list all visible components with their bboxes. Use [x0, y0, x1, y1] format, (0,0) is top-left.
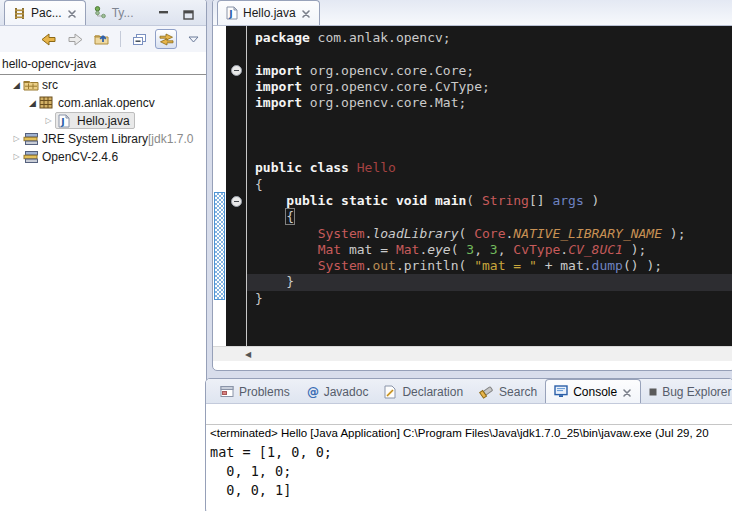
- code-line: [247, 144, 732, 160]
- view-menu-icon: [188, 36, 199, 43]
- project-tree: hello-opencv-java ◢src◢com.anlak.opencv▷…: [0, 52, 206, 165]
- code-line: System.out.println( "mat = " + mat.dump(…: [247, 258, 732, 274]
- console-icon: [554, 385, 568, 398]
- bottom-tab-label: Console: [573, 385, 617, 399]
- view-tab-pac[interactable]: Pac...: [4, 0, 86, 25]
- tree-item-label: Hello.java: [75, 114, 130, 128]
- expanded-arrow-icon[interactable]: ◢: [10, 80, 23, 90]
- gutter-row: [226, 226, 246, 242]
- collapsed-arrow-icon[interactable]: ▷: [42, 116, 55, 125]
- bottom-tab-problems[interactable]: Problems: [212, 380, 298, 403]
- fold-collapse-icon[interactable]: [231, 196, 242, 207]
- collapsed-arrow-icon[interactable]: ▷: [10, 134, 23, 143]
- gutter-row: [226, 30, 246, 46]
- package-folder-icon: [23, 78, 40, 91]
- code-line: }: [247, 291, 732, 307]
- tree-item-label: JRE System Library: [40, 132, 148, 146]
- bottom-tab-declaration[interactable]: Declaration: [376, 380, 471, 403]
- code-line: public class Hello: [247, 160, 732, 176]
- gutter-row: [226, 79, 246, 95]
- console-output-line: mat = [1, 0, 0;: [210, 443, 732, 462]
- problems-icon: [220, 385, 234, 398]
- editor-tab-hello-java[interactable]: JHello.java: [217, 0, 320, 25]
- view-menu-button[interactable]: [182, 29, 204, 49]
- type-hierarchy-icon: [94, 6, 107, 19]
- console-output-line: 0, 1, 0;: [210, 462, 732, 481]
- library-icon: [23, 150, 40, 164]
- package-explorer-icon: [13, 7, 26, 20]
- editor-area: JHello.java package com.anlak.opencv;imp…: [212, 0, 732, 371]
- maximize-icon[interactable]: [183, 6, 194, 24]
- scroll-left-arrow-icon[interactable]: ◀: [245, 350, 251, 359]
- gutter-row: [226, 144, 246, 160]
- code-line: System.loadLibrary( Core.NATIVE_LIBRARY_…: [247, 226, 732, 242]
- expanded-arrow-icon[interactable]: ◢: [26, 98, 39, 108]
- project-root-label[interactable]: hello-opencv-java: [0, 55, 206, 74]
- tree-item-label: com.anlak.opencv: [56, 96, 155, 110]
- bottom-tab-label: Bug Explorer: [662, 385, 731, 399]
- tree-item-hello.java[interactable]: ▷JHello.java: [0, 112, 206, 129]
- tree-item-opencv-2.4.6[interactable]: ▷OpenCV-2.4.6: [0, 148, 206, 165]
- fold-collapse-icon[interactable]: [231, 65, 242, 76]
- console-process-header: <terminated> Hello [Java Application] C:…: [210, 427, 732, 443]
- link-editor-icon: [159, 33, 174, 46]
- bottom-tab-javadoc[interactable]: @Javadoc: [298, 380, 377, 403]
- tree-item-com.anlak.opencv[interactable]: ◢com.anlak.opencv: [0, 94, 206, 111]
- link-with-editor-button[interactable]: [155, 29, 177, 49]
- go-into-button[interactable]: [91, 29, 113, 49]
- code-line: [247, 46, 732, 62]
- left-view-tabstrip: Pac...Ty...: [0, 0, 206, 26]
- code-line: [247, 128, 732, 144]
- tree-item-jre-system-library[interactable]: ▷JRE System Library [jdk1.7.0: [0, 130, 206, 147]
- gutter-row: [226, 63, 246, 79]
- bottom-tab-label: Javadoc: [324, 385, 369, 399]
- collapse-all-button[interactable]: [128, 29, 150, 49]
- editor-tab-label: Hello.java: [243, 6, 296, 20]
- gutter-row: [226, 46, 246, 62]
- console-output-line: 0, 0, 1]: [210, 481, 732, 500]
- gutter-row: [226, 160, 246, 176]
- collapsed-arrow-icon[interactable]: ▷: [10, 152, 23, 161]
- close-icon[interactable]: [301, 8, 311, 18]
- gutter-row: [226, 209, 246, 225]
- gutter-row: [226, 111, 246, 127]
- back-arrow-icon: [41, 33, 56, 46]
- annotation-ruler[interactable]: [213, 26, 226, 346]
- code-editor[interactable]: package com.anlak.opencv;import org.open…: [247, 26, 732, 346]
- bottom-tab-console[interactable]: Console: [545, 379, 641, 403]
- code-line: import org.opencv.core.Mat;: [247, 95, 732, 111]
- bug-icon: [649, 388, 657, 396]
- search-icon: [479, 385, 494, 399]
- gutter-row: [226, 258, 246, 274]
- package-explorer-view: Pac...Ty... hello-opencv-java ◢src◢com.a…: [0, 0, 207, 511]
- code-line: public static void main( String[] args ): [247, 193, 732, 209]
- code-line: {: [247, 209, 732, 225]
- svg-text:J: J: [60, 117, 64, 127]
- close-icon[interactable]: [67, 8, 77, 18]
- tree-item-src[interactable]: ◢src: [0, 76, 206, 93]
- java-file-icon: J: [58, 114, 75, 128]
- bottom-tab-bug-explorer[interactable]: Bug Explorer: [641, 380, 732, 403]
- java-file-icon: J: [226, 6, 238, 20]
- code-line: Mat mat = Mat.eye( 3, 3, CvType.CV_8UC1 …: [247, 242, 732, 258]
- code-line: {: [247, 177, 732, 193]
- bottom-tab-label: Problems: [239, 385, 290, 399]
- forward-button[interactable]: [64, 29, 86, 49]
- view-tab-ty[interactable]: Ty...: [86, 0, 142, 25]
- project-underline: [0, 74, 206, 75]
- code-line: [247, 111, 732, 127]
- view-tab-label: Pac...: [31, 6, 62, 20]
- svg-text:@: @: [307, 385, 319, 398]
- console-output-area[interactable]: <terminated> Hello [Java Application] C:…: [206, 425, 732, 500]
- bottom-tab-search[interactable]: Search: [471, 380, 545, 403]
- minimize-icon[interactable]: [158, 6, 169, 24]
- code-line: }: [247, 274, 732, 290]
- code-line: import org.opencv.core.Core;: [247, 63, 732, 79]
- svg-text:J: J: [228, 9, 232, 19]
- editor-horizontal-scrollbar[interactable]: ◀: [213, 346, 732, 361]
- collapse-all-icon: [132, 33, 147, 46]
- tree-selection: JHello.java: [55, 112, 135, 129]
- back-button[interactable]: [37, 29, 59, 49]
- close-icon[interactable]: [622, 387, 632, 397]
- declaration-icon: [384, 385, 397, 399]
